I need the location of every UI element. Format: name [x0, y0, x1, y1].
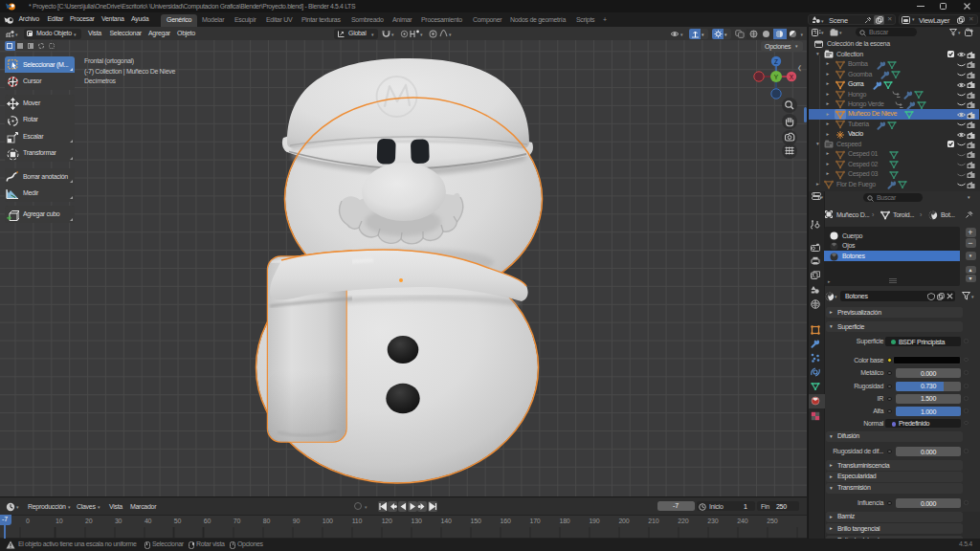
- svg-text:Y: Y: [774, 74, 779, 80]
- svg-text:Z: Z: [774, 58, 778, 65]
- svg-text:X: X: [790, 74, 794, 80]
